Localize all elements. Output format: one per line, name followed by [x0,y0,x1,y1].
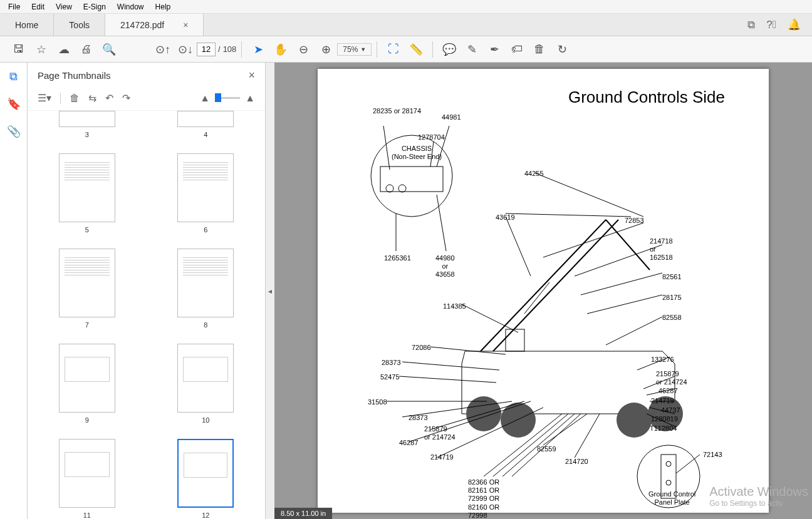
trash-icon[interactable]: 🗑 [70,93,80,104]
redo-icon[interactable]: ↷ [122,92,130,104]
zoom-dropdown[interactable]: 75% ▼ [337,43,372,56]
compress-icon[interactable]: ⇆ [88,92,96,104]
page-size-label: 8.50 x 11.00 in [274,508,332,519]
thumbnail-page[interactable] [177,344,234,413]
menu-edit[interactable]: Edit [26,1,50,13]
svg-point-20 [666,461,671,466]
callout: 214718 or 162518 [650,237,673,262]
thumbnail-page[interactable] [59,111,115,127]
close-icon[interactable]: × [183,20,188,30]
thumbnail-page[interactable] [59,439,115,508]
document-viewer[interactable]: Ground Controls Side [274,63,812,519]
bookmark-icon[interactable]: 🔖 [7,97,21,111]
svg-rect-1 [380,167,443,192]
document-page: Ground Controls Side [318,69,769,513]
thumbnail-item[interactable]: 11 [40,439,134,519]
pointer-icon[interactable]: ➤ [247,38,269,61]
size-small-icon[interactable]: ▲ [200,93,210,104]
svg-line-41 [587,295,662,314]
thumbnail-page[interactable] [59,153,115,222]
menu-file[interactable]: File [3,1,26,13]
delete-icon[interactable]: 🗑 [528,38,551,61]
thumbnail-item[interactable]: 7 [40,249,134,329]
tab-home[interactable]: Home [0,14,54,36]
thumbnails-icon[interactable]: ⧉ [9,70,18,83]
thumbnails-panel: Page Thumbnails × ☰▾ 🗑 ⇆ ↶ ↷ ▲ ▲ 3456789… [28,63,266,519]
svg-point-10 [501,403,536,438]
stamp-icon[interactable]: 🏷 [506,38,528,61]
thumbnail-item[interactable]: 9 [40,344,134,424]
thumbnail-page[interactable] [177,249,234,317]
fit-width-icon[interactable]: ⛶ [382,38,405,61]
callout: 82366 OR 82161 OR 72999 OR 82160 OR 7299… [468,478,499,519]
options-icon[interactable]: ☰▾ [38,92,51,104]
share-icon[interactable]: ⧉ [747,19,755,31]
collapse-toggle[interactable]: ◂ [266,63,274,519]
zoom-out-icon[interactable]: ⊖ [292,38,315,61]
callout-chassis: CHASSIS (Non-Steer End) [392,145,442,161]
search-icon[interactable]: 🔍 [98,38,120,61]
thumbnail-page[interactable] [177,439,234,508]
chevron-down-icon: ▼ [360,46,366,53]
ruler-icon[interactable]: 📏 [405,38,427,61]
page-up-icon[interactable]: ⊙↑ [152,38,174,61]
size-large-icon[interactable]: ▲ [245,93,255,104]
callout: 44980 or 43658 [435,254,455,279]
page-down-icon[interactable]: ⊙↓ [174,38,197,61]
thumbnail-item[interactable]: 8 [159,249,253,329]
bell-icon[interactable]: 🔔 [788,18,801,31]
menu-help[interactable]: Help [150,1,177,13]
cloud-upload-icon[interactable]: ☁ [53,38,75,61]
thumbnail-page[interactable] [59,344,115,413]
close-panel-icon[interactable]: × [248,69,255,82]
sign-icon[interactable]: ✒ [483,38,506,61]
menu-view[interactable]: View [50,1,78,13]
callout: 82558 [662,314,682,322]
thumbnail-page[interactable] [59,249,115,317]
svg-line-13 [481,220,606,351]
menu-esign[interactable]: E-Sign [78,1,112,13]
attachment-icon[interactable]: 📎 [7,125,21,138]
thumbnail-page[interactable] [177,111,234,127]
rotate-icon[interactable]: ↻ [551,38,573,61]
callout: 44255 [524,170,544,178]
callout: 214719 [430,453,454,461]
hand-icon[interactable]: ✋ [269,38,292,61]
size-slider[interactable] [215,97,240,99]
page-input[interactable] [197,43,216,56]
svg-line-8 [437,195,446,251]
thumbnail-item[interactable]: 3 [40,111,134,138]
thumbnail-item[interactable]: 12 [159,439,253,519]
highlight-icon[interactable]: ✎ [461,38,483,61]
svg-line-39 [575,245,662,276]
svg-line-36 [506,213,631,217]
thumbnail-item[interactable]: 5 [40,153,134,234]
svg-line-23 [402,362,499,370]
zoom-in-icon[interactable]: ⊕ [315,38,337,61]
print-icon[interactable]: 🖨 [75,38,98,61]
thumbnail-label: 8 [204,321,207,329]
save-icon[interactable]: 🖫 [8,38,30,61]
callout: 46287 [658,387,678,395]
thumbnails-scroll[interactable]: 3456789101112 [28,111,265,519]
tabbar: Home Tools 214728.pdf × ⧉ ?⃝ 🔔 [0,14,812,36]
toolbar: 🖫 ☆ ☁ 🖨 🔍 ⊙↑ ⊙↓ / 108 ➤ ✋ ⊖ ⊕ 75% ▼ ⛶ 📏 … [0,36,812,63]
help-icon[interactable]: ?⃝ [766,19,776,31]
thumbnail-label: 3 [85,131,89,138]
thumbnail-item[interactable]: 4 [159,111,253,138]
tab-tools[interactable]: Tools [54,14,105,36]
thumbnail-page[interactable] [177,153,234,222]
thumbnail-item[interactable]: 6 [159,153,253,234]
callout: 46287 [399,439,419,447]
thumbnail-item[interactable]: 10 [159,344,253,424]
callout: 44737 [661,406,680,414]
undo-icon[interactable]: ↶ [105,92,113,104]
tab-document[interactable]: 214728.pdf × [105,14,204,36]
comment-icon[interactable]: 💬 [438,38,461,61]
star-icon[interactable]: ☆ [30,38,53,61]
page-title: Ground Controls Side [336,88,725,107]
thumbnail-label: 10 [202,416,209,424]
thumbnail-label: 12 [202,511,209,519]
menu-window[interactable]: Window [112,1,150,13]
diagram-svg [336,107,750,519]
